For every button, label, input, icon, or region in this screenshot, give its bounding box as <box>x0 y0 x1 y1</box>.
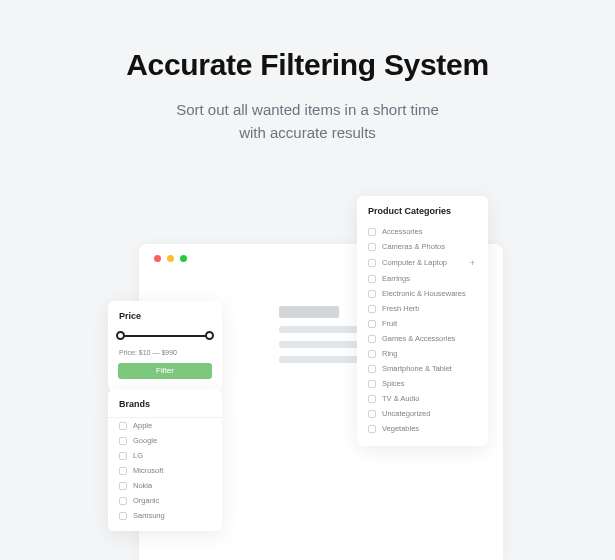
category-item[interactable]: Cameras & Photos <box>357 239 488 254</box>
page-subtitle: Sort out all wanted items in a short tim… <box>0 98 615 145</box>
checkbox-icon[interactable] <box>368 320 376 328</box>
category-label: Fruit <box>382 320 397 328</box>
price-heading: Price <box>108 301 222 329</box>
category-label: Vegetables <box>382 425 419 433</box>
category-item[interactable]: Fresh Herb <box>357 301 488 316</box>
minimize-icon[interactable] <box>167 255 174 262</box>
category-item[interactable]: Ring <box>357 346 488 361</box>
category-item[interactable]: Earrings <box>357 271 488 286</box>
category-label: Accessories <box>382 228 422 236</box>
brand-label: LG <box>133 452 143 460</box>
checkbox-icon[interactable] <box>368 380 376 388</box>
category-label: Electronic & Housewares <box>382 290 466 298</box>
category-item[interactable]: Games & Accessories <box>357 331 488 346</box>
brand-item[interactable]: Apple <box>108 418 222 433</box>
brand-item[interactable]: Organic <box>108 493 222 508</box>
category-label: TV & Audio <box>382 395 420 403</box>
filter-button[interactable]: Filter <box>118 363 212 379</box>
category-label: Ring <box>382 350 397 358</box>
checkbox-icon[interactable] <box>119 467 127 475</box>
brands-filter-card: Brands AppleGoogleLGMicrosoftNokiaOrgani… <box>108 389 222 531</box>
subtitle-line1: Sort out all wanted items in a short tim… <box>176 101 439 118</box>
categories-filter-card: Product Categories AccessoriesCameras & … <box>357 196 488 446</box>
category-label: Fresh Herb <box>382 305 420 313</box>
brand-label: Samsung <box>133 512 165 520</box>
checkbox-icon[interactable] <box>119 422 127 430</box>
category-item[interactable]: Vegetables <box>357 421 488 436</box>
brand-item[interactable]: Microsoft <box>108 463 222 478</box>
maximize-icon[interactable] <box>180 255 187 262</box>
category-item[interactable]: Electronic & Housewares <box>357 286 488 301</box>
checkbox-icon[interactable] <box>119 437 127 445</box>
brands-heading: Brands <box>108 389 222 417</box>
window-controls <box>154 255 187 262</box>
checkbox-icon[interactable] <box>368 243 376 251</box>
checkbox-icon[interactable] <box>368 335 376 343</box>
price-slider[interactable] <box>118 329 212 343</box>
category-label: Computer & Laptop <box>382 259 447 267</box>
close-icon[interactable] <box>154 255 161 262</box>
category-label: Earrings <box>382 275 410 283</box>
page-title: Accurate Filtering System <box>0 48 615 82</box>
checkbox-icon[interactable] <box>368 410 376 418</box>
category-item[interactable]: Spices <box>357 376 488 391</box>
checkbox-icon[interactable] <box>119 512 127 520</box>
slider-rail <box>118 335 212 337</box>
checkbox-icon[interactable] <box>368 350 376 358</box>
expand-icon[interactable]: + <box>470 258 477 268</box>
brand-label: Nokia <box>133 482 152 490</box>
category-label: Uncategorized <box>382 410 430 418</box>
checkbox-icon[interactable] <box>368 395 376 403</box>
checkbox-icon[interactable] <box>368 305 376 313</box>
brand-item[interactable]: Samsung <box>108 508 222 523</box>
checkbox-icon[interactable] <box>368 275 376 283</box>
slider-handle-max[interactable] <box>205 331 214 340</box>
checkbox-icon[interactable] <box>368 259 376 267</box>
price-range-text: Price: $10 — $990 <box>108 343 222 356</box>
brand-item[interactable]: Google <box>108 433 222 448</box>
checkbox-icon[interactable] <box>119 452 127 460</box>
category-label: Games & Accessories <box>382 335 455 343</box>
categories-heading: Product Categories <box>357 196 488 224</box>
brand-label: Apple <box>133 422 152 430</box>
category-label: Spices <box>382 380 405 388</box>
brand-label: Organic <box>133 497 159 505</box>
checkbox-icon[interactable] <box>119 482 127 490</box>
category-item[interactable]: TV & Audio <box>357 391 488 406</box>
slider-handle-min[interactable] <box>116 331 125 340</box>
price-filter-card: Price Price: $10 — $990 Filter <box>108 301 222 391</box>
category-item[interactable]: Uncategorized <box>357 406 488 421</box>
brand-item[interactable]: LG <box>108 448 222 463</box>
checkbox-icon[interactable] <box>368 228 376 236</box>
brand-label: Microsoft <box>133 467 163 475</box>
skeleton-line <box>279 306 339 318</box>
checkbox-icon[interactable] <box>368 290 376 298</box>
subtitle-line2: with accurate results <box>239 124 376 141</box>
checkbox-icon[interactable] <box>368 425 376 433</box>
brand-item[interactable]: Nokia <box>108 478 222 493</box>
category-label: Cameras & Photos <box>382 243 445 251</box>
category-item[interactable]: Smartphone & Tablet <box>357 361 488 376</box>
checkbox-icon[interactable] <box>119 497 127 505</box>
checkbox-icon[interactable] <box>368 365 376 373</box>
brands-list: AppleGoogleLGMicrosoftNokiaOrganicSamsun… <box>108 418 222 523</box>
brand-label: Google <box>133 437 157 445</box>
categories-list: AccessoriesCameras & PhotosComputer & La… <box>357 224 488 436</box>
category-label: Smartphone & Tablet <box>382 365 452 373</box>
category-item[interactable]: Computer & Laptop+ <box>357 254 488 271</box>
category-item[interactable]: Fruit <box>357 316 488 331</box>
category-item[interactable]: Accessories <box>357 224 488 239</box>
